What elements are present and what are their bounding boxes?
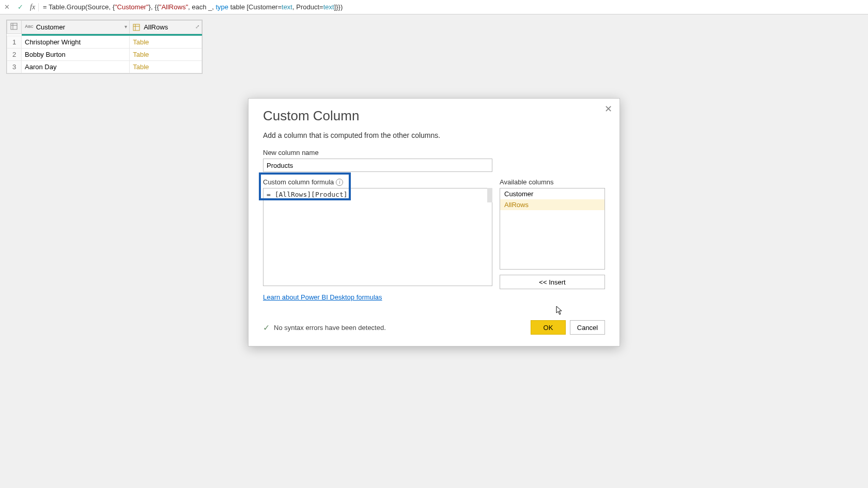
formula-bar: ✕ ✓ fx = Table.Group(Source, {"Customer"… [0,0,868,14]
column-header-allrows[interactable]: AllRows ⤢ [130,21,202,34]
row-number: 1 [7,36,22,49]
formula-seg: }, {{ [149,3,159,11]
insert-button[interactable]: << Insert [500,275,605,289]
column-header-label: Customer [36,23,65,31]
column-header-label: AllRows [144,23,168,31]
row-number: 2 [7,49,22,61]
row-number: 3 [7,61,22,73]
expand-icon[interactable]: ⤢ [195,24,199,29]
available-columns-list[interactable]: Customer AllRows [500,188,605,270]
formula-seg: , each _, [188,3,215,11]
rownum-header[interactable] [7,21,22,34]
available-columns-label: Available columns [500,178,605,186]
svg-rect-0 [11,23,17,29]
formula-seg: text [282,3,292,11]
cell-customer[interactable]: Christopher Wright [22,36,130,49]
table-row[interactable]: 1 Christopher Wright Table [7,36,202,49]
fx-icon[interactable]: fx [27,3,39,11]
formula-seg: = Table.Group(Source, { [43,3,115,11]
formula-seg: table [Customer= [228,3,282,11]
table-type-icon [133,24,140,31]
dialog-description: Add a column that is computed from the o… [263,131,605,139]
new-column-name-label: New column name [263,149,605,156]
formula-seg: type [215,3,228,11]
formula-seg: "Customer" [115,3,149,11]
table-row[interactable]: 3 Aaron Day Table [7,61,202,73]
custom-column-dialog: ✕ Custom Column Add a column that is com… [248,98,620,347]
text-type-icon: ABC [25,24,32,31]
formula-label-text: Custom column formula [263,178,334,186]
cell-customer[interactable]: Bobby Burton [22,49,130,61]
table-icon [10,23,18,30]
column-header-customer[interactable]: ABC Customer ▾ [22,21,130,34]
ok-button[interactable]: OK [531,320,566,335]
cell-allrows[interactable]: Table [130,49,202,61]
learn-formulas-link[interactable]: Learn about Power BI Desktop formulas [263,293,382,301]
scrollbar[interactable] [487,188,492,202]
cell-customer[interactable]: Aaron Day [22,61,130,73]
formula-cancel-icon[interactable]: ✕ [0,1,13,14]
dialog-title: Custom Column [263,108,605,124]
formula-seg: , Product= [292,3,323,11]
formula-seg: ]}}) [334,3,343,11]
check-icon: ✓ [263,323,270,333]
cancel-button[interactable]: Cancel [570,320,605,335]
syntax-status-text: No syntax errors have been detected. [274,324,526,332]
formula-seg: "AllRows" [159,3,188,11]
table-row[interactable]: 2 Bobby Burton Table [7,49,202,61]
new-column-name-input[interactable] [263,159,492,172]
close-icon[interactable]: ✕ [602,103,614,115]
formula-label: Custom column formula i [263,178,492,186]
cell-allrows[interactable]: Table [130,36,202,49]
column-dropdown-icon[interactable]: ▾ [125,24,127,29]
formula-textarea[interactable] [263,188,492,286]
query-preview: ABC Customer ▾ AllRows ⤢ 1 Christopher W… [6,20,203,74]
info-icon[interactable]: i [336,179,343,186]
formula-text[interactable]: = Table.Group(Source, {"Customer"}, {{"A… [43,3,868,11]
available-column-item[interactable]: Customer [500,188,605,199]
formula-commit-icon[interactable]: ✓ [13,1,27,14]
formula-seg: text [323,3,334,11]
available-column-item[interactable]: AllRows [500,199,605,210]
cell-allrows[interactable]: Table [130,61,202,73]
svg-rect-3 [133,24,140,30]
